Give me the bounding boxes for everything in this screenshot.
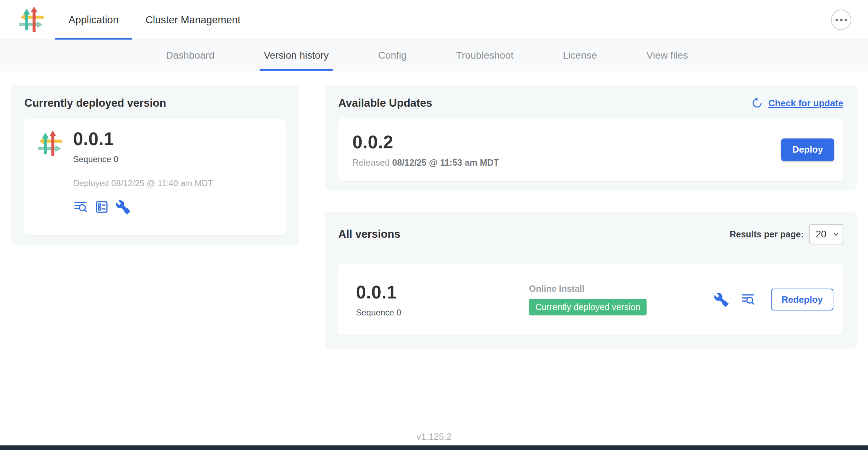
edit-config-icon[interactable]	[714, 292, 729, 307]
right-column: Available Updates Check for update 0.0.2…	[325, 85, 857, 349]
results-per-page-select[interactable]: 20	[809, 224, 843, 244]
all-versions-title: All versions	[338, 228, 400, 241]
app-logo	[18, 0, 45, 40]
deployed-version-card: 0.0.1 Sequence 0 Deployed 08/12/25 @ 11:…	[24, 119, 286, 235]
results-per-page-label: Results per page:	[730, 229, 804, 239]
row-version-number: 0.0.1	[356, 282, 529, 303]
tab-application[interactable]: Application	[55, 0, 132, 40]
ellipsis-icon	[836, 19, 847, 21]
row-actions	[714, 292, 755, 307]
deployed-timestamp: Deployed 08/12/25 @ 11:40 am MDT	[73, 178, 213, 188]
logs-icon[interactable]	[73, 200, 88, 214]
install-type-label: Online Install	[529, 284, 714, 294]
update-released-timestamp: Released 08/12/25 @ 11:53 am MDT	[352, 158, 499, 168]
bottom-bar	[0, 445, 868, 450]
deploy-button[interactable]: Deploy	[781, 138, 834, 161]
subnav-item-version-history[interactable]: Version history	[239, 40, 353, 71]
edit-config-icon[interactable]	[115, 200, 130, 214]
top-tabs: Application Cluster Management	[55, 0, 254, 40]
row-sequence: Sequence 0	[356, 308, 529, 318]
all-versions-card: All versions Results per page: 20	[325, 212, 857, 349]
available-updates-title: Available Updates	[338, 97, 432, 109]
logs-icon[interactable]	[741, 292, 755, 307]
results-per-page: Results per page: 20	[730, 224, 843, 244]
deployed-version-actions	[73, 200, 213, 214]
status-badge: Currently deployed version	[529, 299, 647, 315]
subnav-item-license[interactable]: License	[538, 40, 622, 71]
page: Application Cluster Management Dashboard…	[0, 0, 868, 450]
app-subnav: Dashboard Version history Config Trouble…	[0, 40, 868, 71]
subnav-item-config[interactable]: Config	[353, 40, 432, 71]
main-content: Currently deployed version 0.0.1 Sequenc…	[0, 71, 868, 349]
redeploy-button[interactable]: Redeploy	[771, 289, 833, 310]
refresh-icon	[751, 97, 763, 109]
subnav-item-view-files[interactable]: View files	[622, 40, 713, 71]
subnav-item-dashboard[interactable]: Dashboard	[141, 40, 239, 71]
console-version: v1.125.2	[0, 431, 868, 442]
deployed-version-number: 0.0.1	[73, 129, 213, 149]
check-for-update-link[interactable]: Check for update	[751, 97, 843, 109]
app-logo-icon	[36, 130, 64, 158]
top-nav-bar: Application Cluster Management	[0, 0, 868, 40]
subnav-item-troubleshoot[interactable]: Troubleshoot	[432, 40, 538, 71]
deployed-sequence: Sequence 0	[73, 154, 213, 164]
check-for-update-label: Check for update	[768, 98, 843, 109]
update-version-number: 0.0.2	[352, 132, 499, 153]
version-row: 0.0.1 Sequence 0 Online Install Currentl…	[338, 264, 843, 335]
currently-deployed-title: Currently deployed version	[24, 97, 286, 109]
preflight-checklist-icon[interactable]	[94, 200, 109, 214]
available-updates-card: Available Updates Check for update 0.0.2…	[325, 85, 857, 190]
overflow-menu-button[interactable]	[831, 10, 851, 30]
app-logo-icon	[18, 6, 45, 34]
tab-cluster-management[interactable]: Cluster Management	[132, 0, 254, 40]
update-row: 0.0.2 Released 08/12/25 @ 11:53 am MDT D…	[338, 118, 843, 181]
currently-deployed-card: Currently deployed version 0.0.1 Sequenc…	[11, 85, 299, 245]
